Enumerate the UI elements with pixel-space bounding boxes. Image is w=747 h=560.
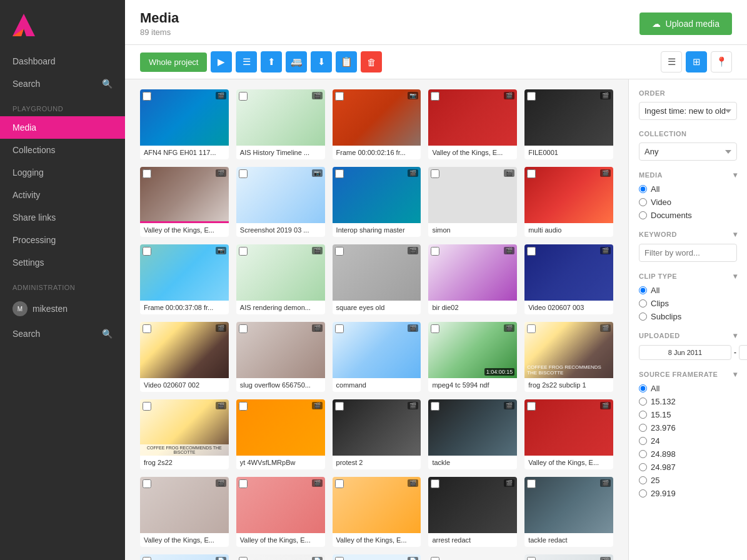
media-item[interactable]: 🎬 yt 4WVsfLMRpBw [236, 399, 325, 469]
media-checkbox[interactable] [143, 324, 151, 333]
media-item[interactable]: 🎬 simon [428, 167, 517, 237]
media-item[interactable]: 🎬 multi audio [524, 167, 613, 237]
media-item[interactable]: 🎬 bir die02 [428, 244, 517, 314]
framerate-option-24987[interactable]: 24.987 [639, 462, 737, 472]
list-button[interactable]: ☰ [236, 51, 257, 72]
media-checkbox[interactable] [239, 479, 248, 488]
media-option-video[interactable]: Video [639, 198, 737, 207]
media-item[interactable]: 🎬 Valley of the Kings, E... [333, 477, 421, 547]
media-checkbox[interactable] [527, 92, 536, 101]
media-checkbox[interactable] [431, 557, 439, 560]
media-checkbox[interactable] [335, 247, 344, 256]
media-checkbox[interactable] [239, 92, 248, 101]
media-checkbox[interactable] [431, 247, 439, 256]
media-checkbox[interactable] [239, 402, 248, 411]
media-item[interactable]: 🎬 Valley of the Kings, E... [140, 477, 229, 547]
media-item[interactable]: 📄 [333, 554, 421, 560]
sidebar-item-activity[interactable]: Activity [0, 184, 125, 206]
grid-view-button[interactable]: ⊞ [686, 51, 707, 72]
media-item[interactable]: 📷 Screenshot 2019 03 ... [236, 167, 325, 237]
media-option-all[interactable]: All [639, 184, 737, 194]
media-checkbox[interactable] [431, 324, 439, 333]
media-item[interactable]: 🎬 command [333, 322, 421, 392]
media-item[interactable]: 📷 Frame 00:00:02:16 fr... [333, 89, 421, 159]
media-item[interactable]: 🎬 arrest redact [428, 477, 517, 547]
media-item[interactable]: 🎬 Interop sharing master [333, 167, 421, 237]
framerate-option-23976[interactable]: 23.976 [639, 423, 737, 432]
media-item[interactable]: 🎬 COFFEE FROG RECOMMENDS THE BISCOTTE fr… [524, 322, 613, 392]
media-item[interactable]: 🎬 Valley of the Kings, E... [236, 477, 325, 547]
media-checkbox[interactable] [143, 402, 151, 411]
media-checkbox[interactable] [335, 402, 344, 411]
media-item[interactable]: 🎬 Valley of the Kings, E... [524, 399, 613, 469]
media-item[interactable]: 🎬 tackle redact [524, 477, 613, 547]
media-checkbox[interactable] [527, 169, 536, 178]
media-item[interactable]: 🎬 square eyes old [333, 244, 421, 314]
media-item[interactable]: 🎬 AIS History Timeline ... [236, 89, 325, 159]
media-item[interactable]: 🎬 Video 020607 003 [524, 244, 613, 314]
media-checkbox[interactable] [431, 479, 439, 488]
media-checkbox[interactable] [527, 247, 536, 256]
media-item[interactable]: 🎬 protest 2 [333, 399, 421, 469]
media-checkbox[interactable] [143, 479, 151, 488]
media-item[interactable]: 🎬 AFN4 NFG EH01 117... [140, 89, 229, 159]
framerate-option-1515[interactable]: 15.15 [639, 410, 737, 419]
media-checkbox[interactable] [431, 92, 439, 101]
sidebar-item-dashboard[interactable]: Dashboard [0, 50, 125, 72]
media-item[interactable]: 🎬 slug overflow 656750... [236, 322, 325, 392]
sidebar-item-media[interactable]: Media [0, 116, 125, 139]
clip-type-option-all[interactable]: All [639, 286, 737, 295]
media-checkbox[interactable] [143, 92, 151, 101]
clip-type-option-subclips[interactable]: Subclips [639, 312, 737, 321]
media-checkbox[interactable] [527, 402, 536, 411]
play-button[interactable]: ▶ [211, 51, 232, 72]
sidebar-item-logging[interactable]: Logging [0, 161, 125, 184]
collection-select[interactable]: Any [639, 142, 737, 161]
media-item[interactable]: 🎬 Video 020607 002 [140, 322, 229, 392]
framerate-option-24[interactable]: 24 [639, 436, 737, 446]
media-checkbox[interactable] [239, 169, 248, 178]
media-item[interactable]: 🎬 [524, 554, 613, 560]
move-button[interactable]: 🚐 [286, 51, 307, 72]
framerate-option-all[interactable]: All [639, 384, 737, 393]
media-item[interactable]: 🎬 AIS rendering demon... [236, 244, 325, 314]
sidebar-item-search-top[interactable]: Search 🔍 [0, 72, 125, 95]
list-view-button[interactable]: ☰ [661, 51, 682, 72]
date-to-input[interactable] [739, 345, 747, 360]
media-checkbox[interactable] [431, 402, 439, 411]
sidebar-item-settings[interactable]: Settings [0, 251, 125, 274]
copy-button[interactable]: 📋 [336, 51, 357, 72]
whole-project-button[interactable]: Whole project [140, 52, 207, 72]
media-checkbox[interactable] [335, 92, 344, 101]
media-checkbox[interactable] [143, 247, 151, 256]
media-item[interactable]: 📄 [236, 554, 325, 560]
media-checkbox[interactable] [335, 324, 344, 333]
framerate-option-29919[interactable]: 29.919 [639, 489, 737, 498]
media-item[interactable]: 📷 Frame 00:00:37:08 fr... [140, 244, 229, 314]
media-item[interactable]: 🎬 Valley of the Kings, E... [428, 89, 517, 159]
media-item[interactable]: 🎬 COFFEE FROG RECOMMENDS THE BISCOTTE fr… [140, 399, 229, 469]
media-item[interactable]: 📄 [140, 554, 229, 560]
clip-type-option-clips[interactable]: Clips [639, 299, 737, 308]
share-button[interactable]: ⬆ [261, 51, 282, 72]
sidebar-item-processing[interactable]: Processing [0, 229, 125, 251]
sidebar-user[interactable]: M mikesten [0, 295, 125, 322]
sidebar-item-collections[interactable]: Collections [0, 139, 125, 161]
media-checkbox[interactable] [239, 324, 248, 333]
sidebar-item-search-bottom[interactable]: Search 🔍 [0, 322, 125, 345]
download-button[interactable]: ⬇ [311, 51, 332, 72]
media-checkbox[interactable] [335, 169, 344, 178]
media-checkbox[interactable] [143, 557, 151, 560]
order-select[interactable]: Ingest time: new to old [639, 102, 737, 120]
delete-button[interactable]: 🗑 [361, 51, 382, 72]
media-checkbox[interactable] [431, 169, 439, 178]
map-view-button[interactable]: 📍 [711, 51, 732, 72]
media-option-documents[interactable]: Documents [639, 211, 737, 220]
media-item[interactable]: "I think that Dolson is for coffee." [428, 554, 517, 560]
framerate-option-24898[interactable]: 24.898 [639, 449, 737, 459]
media-item[interactable]: 🎬 tackle [428, 399, 517, 469]
framerate-option-15132[interactable]: 15.132 [639, 397, 737, 406]
media-checkbox[interactable] [527, 557, 536, 560]
keyword-input[interactable] [639, 244, 737, 262]
framerate-option-25[interactable]: 25 [639, 476, 737, 485]
